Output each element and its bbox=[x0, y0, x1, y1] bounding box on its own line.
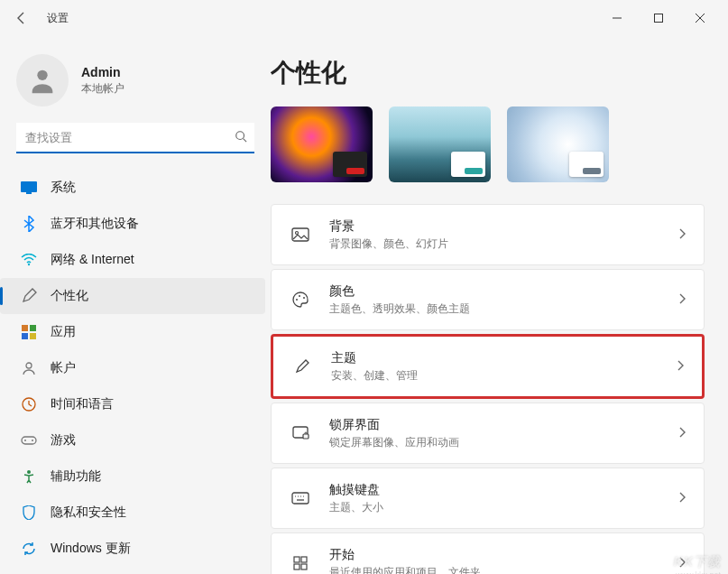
start-icon bbox=[290, 552, 311, 574]
card-subtitle: 最近使用的应用和项目、文件夹 bbox=[329, 565, 678, 575]
minimize-icon bbox=[613, 14, 622, 23]
svg-point-18 bbox=[32, 440, 33, 441]
close-button[interactable] bbox=[679, 4, 721, 32]
svg-rect-20 bbox=[292, 228, 309, 241]
theme-preview-1[interactable] bbox=[271, 106, 373, 182]
nav-label: 辅助功能 bbox=[51, 468, 101, 485]
nav-label: 帐户 bbox=[51, 360, 76, 376]
chevron-right-icon bbox=[678, 425, 686, 441]
close-icon bbox=[696, 14, 705, 23]
card-subtitle: 安装、创建、管理 bbox=[331, 368, 677, 384]
nav-item-accessibility[interactable]: 辅助功能 bbox=[0, 458, 265, 495]
card-title: 背景 bbox=[329, 218, 678, 235]
system-icon bbox=[20, 179, 38, 197]
nav-label: 隐私和安全性 bbox=[51, 505, 126, 521]
back-button[interactable] bbox=[7, 4, 36, 32]
nav-list: 系统 蓝牙和其他设备 网络 & Internet 个性化 应用 帐户 bbox=[0, 170, 271, 567]
svg-rect-16 bbox=[22, 437, 36, 444]
nav-label: 游戏 bbox=[51, 432, 76, 449]
theme-mini-window bbox=[569, 152, 604, 177]
gamepad-icon bbox=[20, 431, 38, 449]
card-themes[interactable]: 主题 安装、创建、管理 bbox=[271, 334, 705, 399]
page-title: 个性化 bbox=[271, 56, 705, 90]
nav-label: Windows 更新 bbox=[51, 541, 131, 557]
svg-point-24 bbox=[303, 297, 305, 299]
wifi-icon bbox=[20, 251, 38, 269]
search-icon bbox=[235, 130, 247, 146]
nav-item-gaming[interactable]: 游戏 bbox=[0, 422, 265, 458]
svg-point-4 bbox=[37, 70, 47, 80]
svg-point-21 bbox=[296, 232, 299, 235]
maximize-button[interactable] bbox=[638, 4, 679, 32]
nav-item-system[interactable]: 系统 bbox=[0, 170, 265, 206]
update-icon bbox=[20, 540, 38, 558]
card-title: 颜色 bbox=[329, 283, 678, 300]
nav-item-network[interactable]: 网络 & Internet bbox=[0, 242, 265, 278]
paintbrush-icon bbox=[20, 287, 38, 305]
nav-label: 应用 bbox=[51, 324, 76, 340]
svg-rect-10 bbox=[22, 325, 28, 331]
sidebar: Admin 本地帐户 系统 蓝牙和其他设备 网络 & Internet bbox=[0, 36, 271, 574]
card-subtitle: 背景图像、颜色、幻灯片 bbox=[329, 236, 678, 252]
theme-previews bbox=[271, 106, 705, 182]
person-icon bbox=[27, 65, 58, 96]
svg-rect-12 bbox=[22, 333, 28, 339]
lockscreen-icon bbox=[290, 422, 311, 444]
svg-point-9 bbox=[28, 264, 30, 265]
chevron-right-icon bbox=[678, 490, 686, 506]
nav-item-bluetooth[interactable]: 蓝牙和其他设备 bbox=[0, 206, 265, 242]
svg-rect-35 bbox=[294, 564, 299, 569]
bluetooth-icon bbox=[20, 215, 38, 233]
card-title: 触摸键盘 bbox=[329, 482, 678, 498]
nav-label: 网络 & Internet bbox=[51, 252, 134, 268]
svg-rect-26 bbox=[303, 434, 309, 439]
svg-rect-36 bbox=[301, 564, 307, 569]
search-input[interactable] bbox=[16, 123, 254, 153]
svg-point-22 bbox=[296, 299, 298, 301]
svg-point-19 bbox=[27, 470, 31, 474]
card-colors[interactable]: 颜色 主题色、透明效果、颜色主题 bbox=[271, 269, 705, 330]
nav-item-privacy[interactable]: 隐私和安全性 bbox=[0, 495, 265, 531]
svg-rect-33 bbox=[294, 557, 299, 562]
theme-preview-3[interactable] bbox=[507, 106, 609, 182]
svg-point-5 bbox=[236, 132, 244, 140]
nav-item-time-language[interactable]: 时间和语言 bbox=[0, 386, 265, 422]
card-touch-keyboard[interactable]: 触摸键盘 主题、大小 bbox=[271, 468, 705, 529]
avatar bbox=[16, 54, 69, 106]
theme-preview-2[interactable] bbox=[389, 106, 491, 182]
back-arrow-icon bbox=[14, 11, 29, 25]
svg-point-14 bbox=[26, 363, 32, 368]
nav-label: 蓝牙和其他设备 bbox=[51, 216, 139, 232]
chevron-right-icon bbox=[678, 555, 686, 571]
card-background[interactable]: 背景 背景图像、颜色、幻灯片 bbox=[271, 204, 705, 265]
brush-icon bbox=[291, 356, 313, 377]
card-title: 锁屏界面 bbox=[329, 417, 678, 433]
nav-label: 时间和语言 bbox=[51, 396, 114, 412]
card-subtitle: 主题色、透明效果、颜色主题 bbox=[329, 301, 678, 317]
minimize-button[interactable] bbox=[596, 4, 638, 32]
svg-point-23 bbox=[299, 295, 300, 297]
chevron-right-icon bbox=[678, 227, 686, 243]
image-icon bbox=[290, 224, 311, 245]
keyboard-icon bbox=[290, 487, 311, 509]
svg-rect-1 bbox=[655, 14, 663, 23]
shield-icon bbox=[20, 504, 38, 522]
account-icon bbox=[20, 359, 38, 377]
theme-mini-window bbox=[333, 152, 367, 177]
svg-point-17 bbox=[24, 440, 26, 441]
nav-item-apps[interactable]: 应用 bbox=[0, 314, 265, 350]
svg-rect-34 bbox=[301, 557, 307, 562]
chevron-right-icon bbox=[678, 292, 686, 308]
nav-item-accounts[interactable]: 帐户 bbox=[0, 350, 265, 386]
content-area: 个性化 背景 背景图像、颜色、幻灯片 颜色 主题色、透明效果、颜色主题 bbox=[271, 36, 728, 574]
maximize-icon bbox=[654, 14, 663, 23]
user-name: Admin bbox=[81, 65, 124, 79]
nav-item-windows-update[interactable]: Windows 更新 bbox=[0, 531, 265, 567]
card-start[interactable]: 开始 最近使用的应用和项目、文件夹 bbox=[271, 532, 705, 574]
card-title: 开始 bbox=[329, 547, 678, 563]
card-subtitle: 锁定屏幕图像、应用和动画 bbox=[329, 435, 678, 450]
card-title: 主题 bbox=[331, 350, 677, 366]
card-lockscreen[interactable]: 锁屏界面 锁定屏幕图像、应用和动画 bbox=[271, 403, 705, 464]
user-block[interactable]: Admin 本地帐户 bbox=[0, 45, 271, 123]
nav-item-personalization[interactable]: 个性化 bbox=[0, 278, 265, 314]
